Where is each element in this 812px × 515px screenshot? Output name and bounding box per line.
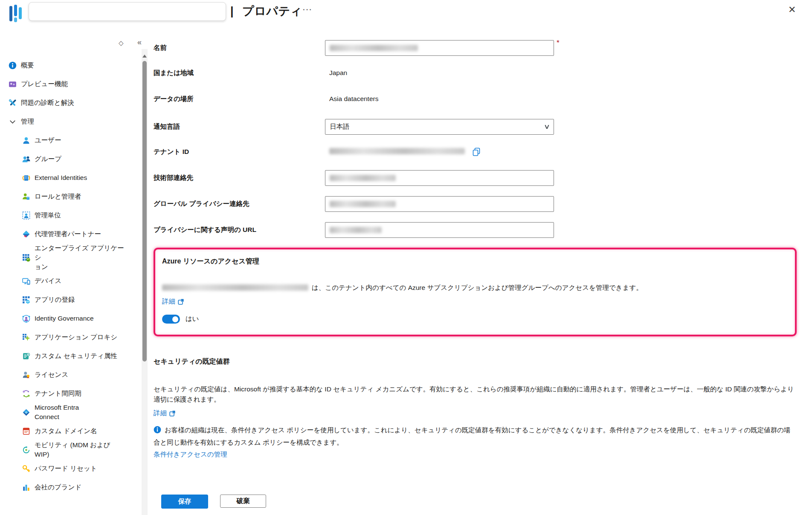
sidebar-item-label: グループ bbox=[35, 154, 61, 164]
name-input[interactable] bbox=[325, 40, 554, 56]
notification-language-select[interactable]: 日本語 ∨ bbox=[325, 119, 554, 135]
sidebar-item-label: Microsoft Entra Connect bbox=[35, 403, 79, 422]
mobility-mdm-wip-icon bbox=[22, 446, 30, 454]
close-icon[interactable]: ✕ bbox=[786, 3, 798, 16]
app-registrations-icon bbox=[22, 296, 30, 304]
sidebar-item-administrative-units[interactable]: 管理単位 bbox=[0, 206, 141, 225]
redacted-principal bbox=[162, 284, 308, 291]
manage-conditional-access-link[interactable]: 条件付きアクセスの管理 bbox=[154, 450, 227, 459]
notification-language-value: 日本語 bbox=[330, 122, 350, 131]
sidebar-item-groups[interactable]: グループ bbox=[0, 150, 141, 168]
technical-contact-label: 技術部連絡先 bbox=[154, 174, 325, 182]
redacted-value bbox=[330, 201, 396, 207]
chevron-down-icon: ∨ bbox=[544, 123, 550, 130]
company-branding-icon bbox=[22, 483, 30, 492]
logo-bar-1 bbox=[9, 6, 12, 21]
roles-administrators-icon bbox=[22, 193, 30, 201]
sidebar-item-enterprise-applications[interactable]: エンタープライズ アプリケーシ ョン bbox=[0, 243, 141, 272]
sidebar-item-roles-administrators[interactable]: ロールと管理者 bbox=[0, 187, 141, 206]
privacy-statement-url-input[interactable] bbox=[325, 222, 554, 238]
devices-icon bbox=[22, 277, 30, 285]
sidebar-item-label: 管理単位 bbox=[35, 211, 61, 220]
discard-button[interactable]: 破棄 bbox=[220, 495, 266, 508]
tenant-name-redacted bbox=[29, 2, 226, 21]
global-privacy-contact-row: グローバル プライバシー連絡先 bbox=[154, 196, 802, 212]
sidebar-item-password-reset[interactable]: パスワード リセット bbox=[0, 459, 141, 478]
sidebar-item-label: デバイス bbox=[35, 276, 61, 286]
sidebar-item-label: エンタープライズ アプリケーシ ョン bbox=[35, 243, 130, 272]
sidebar-item-cross-tenant-synchronization[interactable]: テナント間同期 bbox=[0, 384, 141, 403]
sidebar-item-label: テナント間同期 bbox=[35, 389, 81, 398]
sidebar-item-custom-domain-names[interactable]: カスタム ドメイン名 bbox=[0, 422, 141, 440]
sidebar-menu: 概要プレビュー機能問題の診断と解決管理ユーザーグループExternal Iden… bbox=[0, 56, 141, 497]
name-row: 名前 * bbox=[154, 40, 802, 56]
sidebar-item-app-registrations[interactable]: アプリの登録 bbox=[0, 290, 141, 309]
azure-access-toggle[interactable] bbox=[162, 315, 180, 324]
sidebar-item-overview[interactable]: 概要 bbox=[0, 56, 141, 75]
properties-form: 名前 * 国または地域 Japan データの場所 Asia datacenter… bbox=[154, 34, 806, 515]
sidebar-item-users[interactable]: ユーザー bbox=[0, 131, 141, 150]
sidebar-item-application-proxy[interactable]: アプリケーション プロキシ bbox=[0, 328, 141, 347]
sidebar-item-label: カスタム ドメイン名 bbox=[35, 426, 97, 436]
sidebar-item-label: アプリの登録 bbox=[35, 295, 75, 304]
sidebar-item-label: アプリケーション プロキシ bbox=[35, 333, 117, 342]
country-row: 国または地域 Japan bbox=[154, 65, 802, 81]
sidebar-item-devices[interactable]: デバイス bbox=[0, 272, 141, 290]
technical-contact-row: 技術部連絡先 bbox=[154, 170, 802, 186]
copy-icon[interactable] bbox=[472, 147, 481, 157]
users-icon bbox=[22, 136, 30, 145]
sidebar-scroll-up-icon[interactable] bbox=[142, 55, 147, 58]
info-icon bbox=[154, 426, 161, 437]
sidebar-item-delegated-admin-partners[interactable]: 代理管理者パートナー bbox=[0, 225, 141, 243]
sidebar: ◇ « 概要プレビュー機能問題の診断と解決管理ユーザーグループExternal … bbox=[0, 34, 148, 515]
redacted-value bbox=[329, 148, 465, 154]
data-location-row: データの場所 Asia datacenters bbox=[154, 91, 802, 107]
identity-governance-icon bbox=[22, 315, 30, 323]
sidebar-item-licenses[interactable]: ライセンス bbox=[0, 365, 141, 384]
logo-bar-3 bbox=[14, 17, 17, 22]
sidebar-item-microsoft-entra-connect[interactable]: Microsoft Entra Connect bbox=[0, 403, 141, 422]
panel-collapse-icon[interactable]: « bbox=[137, 38, 142, 47]
azure-access-toggle-label: はい bbox=[186, 315, 199, 324]
more-options-icon[interactable]: … bbox=[302, 1, 312, 13]
diagnose-solve-icon bbox=[9, 99, 17, 107]
security-defaults-heading: セキュリティの既定値群 bbox=[154, 357, 796, 366]
data-location-label: データの場所 bbox=[154, 95, 325, 104]
technical-contact-input[interactable] bbox=[325, 170, 554, 186]
security-defaults-description: セキュリティの既定値は、Microsoft が推奨する基本的な ID セキュリテ… bbox=[154, 384, 796, 405]
sidebar-item-identity-governance[interactable]: Identity Governance bbox=[0, 309, 141, 328]
administrative-units-icon bbox=[22, 211, 30, 220]
sidebar-item-diagnose-solve[interactable]: 問題の診断と解決 bbox=[0, 93, 141, 112]
azure-access-management-section: Azure リソースのアクセス管理 は、このテナント内のすべての Azure サ… bbox=[154, 248, 797, 336]
sidebar-item-label: モビリティ (MDM および WIP) bbox=[35, 440, 110, 459]
overview-icon bbox=[9, 61, 17, 69]
security-defaults-details-link[interactable]: 詳細 bbox=[154, 409, 175, 418]
azure-access-details-link[interactable]: 詳細 bbox=[162, 297, 184, 306]
save-button[interactable]: 保存 bbox=[161, 495, 208, 509]
required-asterisk: * bbox=[557, 39, 560, 47]
country-label: 国または地域 bbox=[154, 69, 325, 78]
sidebar-item-mobility-mdm-wip[interactable]: モビリティ (MDM および WIP) bbox=[0, 440, 141, 459]
delegated-admin-partners-icon bbox=[22, 230, 30, 238]
title-separator: | bbox=[230, 5, 234, 17]
notification-language-label: 通知言語 bbox=[154, 122, 325, 131]
panel-resize-icon[interactable]: ◇ bbox=[119, 39, 124, 47]
sidebar-item-label: カスタム セキュリティ属性 bbox=[35, 351, 117, 361]
logo-bar-2 bbox=[14, 5, 17, 16]
custom-security-attributes-icon bbox=[22, 352, 30, 360]
enterprise-applications-icon bbox=[22, 254, 30, 262]
page-header: | プロパティ … ✕ bbox=[0, 0, 812, 34]
sidebar-item-external-identities[interactable]: External Identities bbox=[0, 168, 141, 187]
azure-access-heading: Azure リソースのアクセス管理 bbox=[162, 257, 788, 266]
global-privacy-contact-input[interactable] bbox=[325, 196, 554, 212]
sidebar-item-label: ユーザー bbox=[35, 136, 61, 145]
sidebar-item-company-branding[interactable]: 会社のブランド bbox=[0, 478, 141, 497]
sidebar-scrollbar-thumb[interactable] bbox=[142, 61, 147, 362]
global-privacy-contact-label: グローバル プライバシー連絡先 bbox=[154, 200, 325, 208]
external-identities-icon bbox=[22, 174, 30, 182]
preview-features-icon bbox=[9, 80, 17, 88]
logo-bar-4 bbox=[19, 7, 22, 19]
sidebar-item-preview-features[interactable]: プレビュー機能 bbox=[0, 75, 141, 93]
sidebar-item-custom-security-attributes[interactable]: カスタム セキュリティ属性 bbox=[0, 347, 141, 365]
sidebar-item-manage[interactable]: 管理 bbox=[0, 112, 141, 131]
